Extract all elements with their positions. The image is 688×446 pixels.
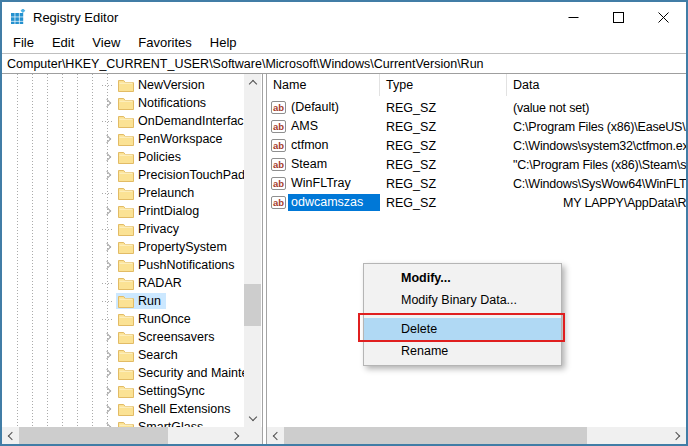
tree-item-pushnotifications[interactable]: PushNotifications bbox=[2, 256, 244, 274]
column-header-data[interactable]: Data bbox=[507, 74, 686, 96]
expand-chevron-icon[interactable] bbox=[99, 203, 116, 219]
scroll-down-button[interactable] bbox=[244, 410, 261, 427]
list-horizontal-scrollbar[interactable] bbox=[267, 427, 686, 444]
expand-chevron-icon[interactable] bbox=[99, 329, 116, 345]
scroll-right-button[interactable] bbox=[669, 427, 686, 444]
chevron-right-icon bbox=[102, 153, 110, 161]
tree-vertical-scrollbar[interactable] bbox=[244, 74, 261, 427]
chevron-left-icon bbox=[273, 431, 281, 439]
value-name-cell[interactable]: abSteam bbox=[267, 156, 380, 173]
minimize-button[interactable] bbox=[551, 2, 596, 32]
value-row-ams[interactable]: abAMSREG_SZC:\Program Files (x86)\EaseUS… bbox=[267, 117, 686, 136]
scroll-right-button[interactable] bbox=[228, 427, 245, 444]
tree-item-privacy[interactable]: Privacy bbox=[2, 220, 244, 238]
pane-splitter[interactable] bbox=[262, 74, 263, 444]
expand-chevron-icon[interactable] bbox=[99, 95, 116, 111]
chevron-right-icon bbox=[102, 333, 110, 341]
folder-icon bbox=[118, 79, 134, 92]
tree-horizontal-scrollbar[interactable] bbox=[2, 427, 245, 444]
context-menu-item-rename[interactable]: Rename bbox=[364, 340, 561, 362]
menu-edit[interactable]: Edit bbox=[43, 35, 83, 50]
expand-chevron-icon[interactable] bbox=[99, 401, 116, 417]
chevron-right-icon bbox=[102, 261, 110, 269]
value-name-cell[interactable]: ab(Default) bbox=[267, 99, 380, 116]
tree-item-search[interactable]: Search bbox=[2, 346, 244, 364]
scroll-left-button[interactable] bbox=[2, 427, 19, 444]
column-header-type[interactable]: Type bbox=[380, 74, 507, 96]
context-menu-item-delete[interactable]: Delete bbox=[364, 318, 561, 340]
folder-icon bbox=[118, 115, 134, 128]
context-menu-item-modify[interactable]: Modify... bbox=[364, 267, 561, 289]
tree-item-label-box: Search bbox=[116, 347, 183, 363]
value-row-steam[interactable]: abSteamREG_SZ"C:\Program Files (x86)\Ste… bbox=[267, 155, 686, 174]
scrollbar-thumb[interactable] bbox=[284, 427, 587, 444]
column-header-name[interactable]: Name bbox=[267, 74, 380, 96]
chevron-right-icon bbox=[102, 99, 110, 107]
tree-item-settingsync[interactable]: SettingSync bbox=[2, 382, 244, 400]
context-menu-item-modify-binary-data[interactable]: Modify Binary Data... bbox=[364, 289, 561, 311]
menu-help[interactable]: Help bbox=[201, 35, 246, 50]
scroll-left-button[interactable] bbox=[267, 427, 284, 444]
menu-file[interactable]: File bbox=[4, 35, 43, 50]
close-icon bbox=[658, 12, 669, 23]
tree-item-penworkspace[interactable]: PenWorkspace bbox=[2, 130, 244, 148]
tree-item-screensavers[interactable]: Screensavers bbox=[2, 328, 244, 346]
folder-icon bbox=[118, 367, 134, 380]
tree-item-runonce[interactable]: RunOnce bbox=[2, 310, 244, 328]
tree-item-propertysystem[interactable]: PropertySystem bbox=[2, 238, 244, 256]
chevron-right-icon bbox=[672, 431, 680, 439]
expand-chevron-icon[interactable] bbox=[99, 167, 116, 183]
tree-item-ondemandinterfac[interactable]: OnDemandInterfac bbox=[2, 112, 244, 130]
tree-connector-stub bbox=[99, 311, 116, 327]
tree-item-radar[interactable]: RADAR bbox=[2, 274, 244, 292]
tree-item-label: Security and Mainte bbox=[138, 366, 244, 380]
tree-item-shell-extensions[interactable]: Shell Extensions bbox=[2, 400, 244, 418]
string-value-icon: ab bbox=[271, 101, 286, 114]
tree-item-label: Privacy bbox=[138, 222, 179, 236]
value-row-default[interactable]: ab(Default)REG_SZ(value not set) bbox=[267, 98, 686, 117]
tree-item-printdialog[interactable]: PrintDialog bbox=[2, 202, 244, 220]
registry-values-pane: Name Type Data ab(Default)REG_SZ(value n… bbox=[267, 74, 686, 444]
expand-chevron-icon[interactable] bbox=[99, 365, 116, 381]
registry-path: Computer\HKEY_CURRENT_USER\Software\Micr… bbox=[7, 57, 484, 71]
expand-chevron-icon[interactable] bbox=[99, 419, 116, 427]
expand-chevron-icon[interactable] bbox=[99, 383, 116, 399]
expand-chevron-icon[interactable] bbox=[99, 257, 116, 273]
expand-chevron-icon[interactable] bbox=[99, 239, 116, 255]
tree-item-prelaunch[interactable]: Prelaunch bbox=[2, 184, 244, 202]
folder-icon bbox=[118, 205, 134, 218]
tree-item-precisiontouchpad[interactable]: PrecisionTouchPad bbox=[2, 166, 244, 184]
value-name-cell[interactable]: abWinFLTray bbox=[267, 175, 380, 192]
chevron-right-icon bbox=[102, 405, 110, 413]
address-bar[interactable]: Computer\HKEY_CURRENT_USER\Software\Micr… bbox=[2, 55, 686, 74]
dotted-stub bbox=[102, 319, 113, 320]
tree-item-notifications[interactable]: Notifications bbox=[2, 94, 244, 112]
menu-favorites[interactable]: Favorites bbox=[129, 35, 200, 50]
scroll-up-button[interactable] bbox=[244, 74, 261, 91]
scrollbar-corner bbox=[245, 427, 262, 444]
maximize-button[interactable] bbox=[596, 2, 641, 32]
tree-item-label-box: PropertySystem bbox=[116, 239, 232, 255]
tree-item-newversion[interactable]: NewVersion bbox=[2, 76, 244, 94]
close-button[interactable] bbox=[641, 2, 686, 32]
tree-item-security-and-mainte[interactable]: Security and Mainte bbox=[2, 364, 244, 382]
tree-item-label-box: Policies bbox=[116, 149, 186, 165]
scrollbar-thumb[interactable] bbox=[244, 284, 261, 326]
tree-item-run[interactable]: Run bbox=[2, 292, 244, 310]
tree-item-smartglass[interactable]: SmartGlass bbox=[2, 418, 244, 427]
value-name-cell[interactable]: abodwcamszas bbox=[267, 194, 380, 211]
tree-item-policies[interactable]: Policies bbox=[2, 148, 244, 166]
minimize-icon bbox=[568, 12, 579, 23]
expand-chevron-icon[interactable] bbox=[99, 131, 116, 147]
scrollbar-thumb[interactable] bbox=[19, 427, 168, 444]
value-row-ctfmon[interactable]: abctfmonREG_SZC:\Windows\system32\ctfmon… bbox=[267, 136, 686, 155]
tree-item-label: SmartGlass bbox=[138, 420, 203, 427]
menu-view[interactable]: View bbox=[83, 35, 129, 50]
value-name-cell[interactable]: abctfmon bbox=[267, 137, 380, 154]
expand-chevron-icon[interactable] bbox=[99, 347, 116, 363]
expand-chevron-icon[interactable] bbox=[99, 149, 116, 165]
tree-item-label-box: Prelaunch bbox=[116, 185, 199, 201]
value-name-cell[interactable]: abAMS bbox=[267, 118, 380, 135]
value-row-winfltray[interactable]: abWinFLTrayREG_SZC:\Windows\SysWow64\Win… bbox=[267, 174, 686, 193]
value-row-odwcamszas[interactable]: abodwcamszasREG_SZMY LAPPY\AppData\Ro bbox=[267, 193, 686, 212]
